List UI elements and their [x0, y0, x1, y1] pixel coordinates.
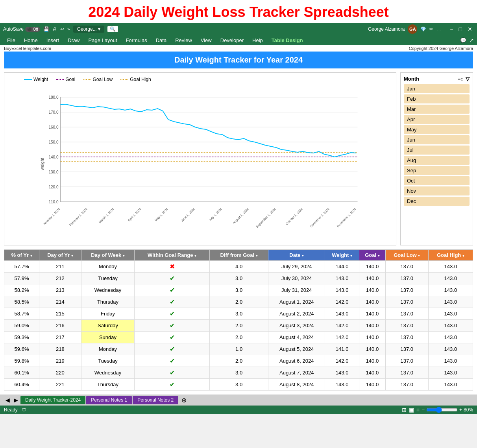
y-label-150: 150.0	[48, 140, 58, 144]
menu-help[interactable]: Help	[248, 36, 267, 44]
tab-bar: ◀ ▶ Daily Weight Tracker-2024 Personal N…	[0, 395, 477, 406]
cell-weight: 143.0	[325, 379, 359, 391]
undo-icon[interactable]: ↩	[60, 26, 64, 32]
filename-display[interactable]: George... ▾	[73, 26, 104, 33]
add-sheet-button[interactable]: ⊕	[179, 396, 189, 404]
fullscreen-icon[interactable]: ⛶	[436, 26, 441, 32]
month-nov[interactable]: Nov	[404, 186, 470, 195]
goalLow-line-icon	[83, 79, 91, 80]
toolbar-icons: 💾 🖨 ↩ »	[43, 26, 70, 32]
cell-diff: 3.0	[209, 367, 268, 379]
normal-view-btn[interactable]: ⊞	[402, 407, 407, 413]
redo-icon[interactable]: »	[67, 26, 70, 32]
accessibility-icon[interactable]: 🛡	[22, 407, 26, 413]
filter-sort-icon[interactable]: ≡↕	[458, 76, 463, 82]
menu-file[interactable]: File	[3, 36, 19, 44]
menu-pagelayout[interactable]: Page Layout	[85, 36, 121, 44]
share-icon[interactable]: ↗	[470, 37, 474, 43]
zoom-slider[interactable]	[426, 407, 458, 413]
menu-home[interactable]: Home	[20, 36, 42, 44]
table-row: 60.1% 220 Wednesday ✔ 3.0 August 7, 2024…	[4, 367, 473, 379]
cell-pct: 58.5%	[4, 296, 39, 308]
cell-weekday: Saturday	[81, 320, 135, 332]
month-jan[interactable]: Jan	[404, 84, 470, 93]
th-day-yr[interactable]: Day of Yr ▾	[39, 250, 81, 261]
cell-date: August 1, 2024	[268, 296, 325, 308]
y-label-160: 160.0	[48, 125, 58, 129]
print-icon[interactable]: 🖨	[52, 26, 57, 32]
edit-icon[interactable]: ✏	[429, 26, 433, 32]
month-apr[interactable]: Apr	[404, 115, 470, 124]
month-dec[interactable]: Dec	[404, 197, 470, 206]
filter-funnel-icon[interactable]: ▽	[466, 76, 470, 82]
month-jun[interactable]: Jun	[404, 135, 470, 144]
cross-icon: ✖	[170, 263, 175, 270]
save-icon[interactable]: 💾	[43, 26, 49, 32]
cell-goal: 140.0	[359, 332, 386, 343]
month-feb[interactable]: Feb	[404, 94, 470, 103]
menu-review[interactable]: Review	[171, 36, 196, 44]
user-avatar[interactable]: GA	[408, 24, 417, 34]
cell-goal: 140.0	[359, 308, 386, 320]
cell-goalHigh: 143.0	[428, 355, 473, 367]
cell-goal: 140.0	[359, 284, 386, 296]
search-bar[interactable]: 🔍	[107, 26, 118, 32]
diamond-icon[interactable]: 💎	[420, 26, 426, 32]
sheet-nav-left[interactable]: ◀	[4, 397, 11, 403]
cell-day: 212	[39, 273, 81, 284]
tab-personal-notes2[interactable]: Personal Notes 2	[133, 396, 178, 404]
th-pct-yr[interactable]: % of Yr ▾	[4, 250, 39, 261]
menu-draw[interactable]: Draw	[64, 36, 83, 44]
check-icon: ✔	[170, 346, 175, 352]
zoom-out-btn[interactable]: −	[422, 407, 425, 413]
menu-formulas[interactable]: Formulas	[122, 36, 151, 44]
cell-date: August 7, 2024	[268, 367, 325, 379]
cell-goalHigh: 143.0	[428, 273, 473, 284]
month-mar[interactable]: Mar	[404, 105, 470, 114]
menu-insert[interactable]: Insert	[43, 36, 63, 44]
chart-legend: Weight Goal Goal Low Goal High	[8, 77, 392, 82]
month-jul[interactable]: Jul	[404, 146, 470, 155]
weight-chart-svg: weight 180.0 170.0 160.0 150.0 140.0 130…	[8, 85, 392, 235]
th-date[interactable]: Date ▾	[268, 250, 325, 261]
month-oct[interactable]: Oct	[404, 176, 470, 185]
th-goalLow[interactable]: Goal Low ▾	[385, 250, 428, 261]
sheet-nav-right[interactable]: ▶	[12, 397, 20, 403]
comment-icon[interactable]: 💬	[460, 37, 466, 43]
menu-data[interactable]: Data	[152, 36, 170, 44]
th-day-week[interactable]: Day of Week ▾	[81, 250, 135, 261]
y-label-110: 110.0	[48, 200, 58, 204]
maximize-button[interactable]: □	[457, 26, 464, 32]
chart-svg-wrapper: weight 180.0 170.0 160.0 150.0 140.0 130…	[8, 85, 392, 236]
cell-weekday: Friday	[81, 308, 135, 320]
month-aug[interactable]: Aug	[404, 156, 470, 165]
menu-view[interactable]: View	[197, 36, 216, 44]
th-within-goal[interactable]: Within Goal Range ▾	[135, 250, 210, 261]
month-may[interactable]: May	[404, 125, 470, 134]
table-row: 58.5% 214 Thursday ✔ 2.0 August 1, 2024 …	[4, 296, 473, 308]
cell-diff: 2.0	[209, 355, 268, 367]
cell-day: 214	[39, 296, 81, 308]
close-button[interactable]: ✕	[466, 26, 474, 32]
menu-tabledesign[interactable]: Table Design	[268, 36, 307, 44]
cell-goalLow: 137.0	[385, 355, 428, 367]
month-sep[interactable]: Sep	[404, 166, 470, 175]
cell-goalLow: 137.0	[385, 273, 428, 284]
menu-developer[interactable]: Developer	[216, 36, 248, 44]
tab-personal-notes1[interactable]: Personal Notes 1	[86, 396, 132, 404]
cell-within: ✔	[135, 379, 210, 391]
autosave-toggle[interactable]: ⚫ Off	[25, 27, 40, 32]
cell-goal: 140.0	[359, 261, 386, 273]
tab-daily-weight[interactable]: Daily Weight Tracker-2024	[20, 396, 85, 404]
th-goalHigh[interactable]: Goal High ▾	[428, 250, 473, 261]
legend-goalLow: Goal Low	[83, 77, 113, 82]
page-layout-btn[interactable]: ▣	[409, 407, 414, 413]
th-diff-goal[interactable]: Diff from Goal ▾	[209, 250, 268, 261]
page-break-btn[interactable]: ≡	[416, 407, 420, 413]
zoom-in-btn[interactable]: +	[459, 407, 462, 413]
th-goal[interactable]: Goal ▾	[359, 250, 386, 261]
cell-date: August 4, 2024	[268, 332, 325, 343]
cell-date: August 2, 2024	[268, 308, 325, 320]
th-weight[interactable]: Weight ▾	[325, 250, 359, 261]
minimize-button[interactable]: −	[448, 26, 455, 32]
